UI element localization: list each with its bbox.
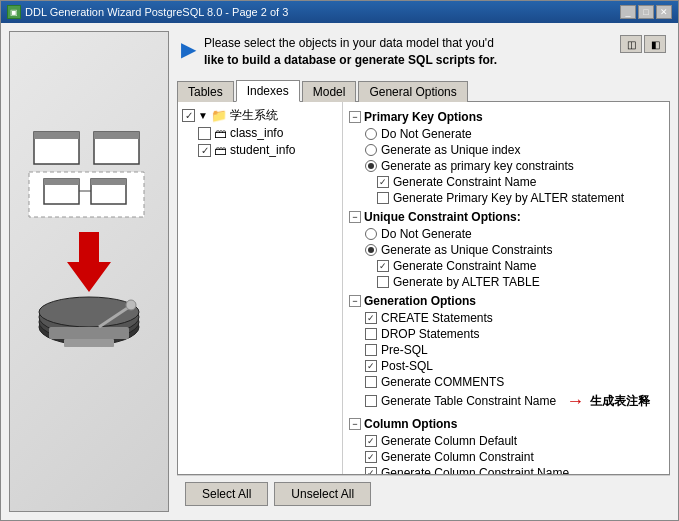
option-generate-comments[interactable]: Generate COMMENTS [349,374,663,390]
instruction-text: Please select the objects in your data m… [204,35,497,69]
section-header-column-options: − Column Options [349,417,663,431]
svg-point-18 [126,300,136,310]
option-pk-generate-constraint-name[interactable]: ✓ Generate Constraint Name [349,174,663,190]
checkbox-create-statements[interactable]: ✓ [365,312,377,324]
option-column-constraint[interactable]: ✓ Generate Column Constraint [349,449,663,465]
window-title: DDL Generation Wizard PostgreSQL 8.0 - P… [25,6,288,18]
instruction-arrow-icon: ▶ [181,37,196,61]
collapse-primary-key[interactable]: − [349,111,361,123]
radio-uc-do-not-generate[interactable] [365,228,377,240]
svg-rect-1 [34,132,79,139]
option-uc-do-not-generate[interactable]: Do Not Generate [349,226,663,242]
option-pre-sql[interactable]: Pre-SQL [349,342,663,358]
option-drop-statements[interactable]: DROP Statements [349,326,663,342]
checkbox-table-constraint-name[interactable] [365,395,377,407]
title-bar: ▣ DDL Generation Wizard PostgreSQL 8.0 -… [1,1,678,23]
maximize-button[interactable]: □ [638,5,654,19]
checkbox-post-sql[interactable]: ✓ [365,360,377,372]
view-toggle-buttons: ◫ ◧ [620,35,666,53]
illustration-panel [9,31,169,512]
section-header-unique-constraint: − Unique Constraint Options: [349,210,663,224]
option-pk-do-not-generate[interactable]: Do Not Generate [349,126,663,142]
main-window: ▣ DDL Generation Wizard PostgreSQL 8.0 -… [0,0,679,521]
folder-icon-root: 📁 [211,108,227,123]
content-area: ▶ Please select the objects in your data… [1,23,678,520]
app-icon: ▣ [7,5,21,19]
tree-checkbox-root[interactable]: ✓ [182,109,195,122]
table-icon-class-info: 🗃 [214,126,227,141]
checkbox-generate-comments[interactable] [365,376,377,388]
minimize-button[interactable]: _ [620,5,636,19]
section-title-column-options: Column Options [364,417,457,431]
svg-rect-8 [91,179,126,185]
annotation-arrow-table: → [566,391,584,412]
table-icon-student-info: 🗃 [214,143,227,158]
tab-indexes[interactable]: Indexes [236,80,300,102]
option-column-default[interactable]: ✓ Generate Column Default [349,433,663,449]
radio-pk-do-not-generate[interactable] [365,128,377,140]
svg-rect-16 [64,339,114,347]
option-pk-primary-key-constraints[interactable]: Generate as primary key constraints [349,158,663,174]
section-title-generation-options: Generation Options [364,294,476,308]
tab-tables[interactable]: Tables [177,81,234,102]
tree-checkbox-class-info[interactable] [198,127,211,140]
main-right-panel: ▶ Please select the objects in your data… [177,31,670,512]
bottom-bar: Select All Unselect All [177,475,670,512]
checkbox-drop-statements[interactable] [365,328,377,340]
wizard-illustration [10,32,168,511]
checkbox-pk-generate-constraint-name[interactable]: ✓ [377,176,389,188]
select-all-button[interactable]: Select All [185,482,268,506]
annotation-text-table: 生成表注释 [590,393,650,410]
expand-icon[interactable]: ▼ [198,110,208,121]
view-btn-2[interactable]: ◧ [644,35,666,53]
checkbox-pre-sql[interactable] [365,344,377,356]
tree-item-student-info[interactable]: ✓ 🗃 student_info [182,142,338,159]
radio-pk-primary-key-constraints[interactable] [365,160,377,172]
option-uc-constraint-name[interactable]: ✓ Generate Constraint Name [349,258,663,274]
radio-pk-unique-index[interactable] [365,144,377,156]
option-pk-alter-statement[interactable]: Generate Primary Key by ALTER statement [349,190,663,206]
close-button[interactable]: ✕ [656,5,672,19]
option-uc-alter-table[interactable]: Generate by ALTER TABLE [349,274,663,290]
section-title-primary-key: Primary Key Options [364,110,483,124]
option-pk-unique-index[interactable]: Generate as Unique index [349,142,663,158]
radio-uc-generate-unique[interactable] [365,244,377,256]
tab-content: ✓ ▼ 📁 学生系统 🗃 class_info ✓ 🗃 [177,102,670,475]
tab-model[interactable]: Model [302,81,357,102]
option-uc-generate-unique[interactable]: Generate as Unique Constraints [349,242,663,258]
tabs-row: Tables Indexes Model General Options [177,79,670,102]
option-column-constraint-name[interactable]: ✓ Generate Column Constraint Name [349,465,663,474]
tree-label-student-info: student_info [230,143,295,157]
option-post-sql[interactable]: ✓ Post-SQL [349,358,663,374]
unselect-all-button[interactable]: Unselect All [274,482,371,506]
section-title-unique-constraint: Unique Constraint Options: [364,210,521,224]
svg-rect-15 [49,327,129,339]
tree-checkbox-student-info[interactable]: ✓ [198,144,211,157]
checkbox-column-constraint-name[interactable]: ✓ [365,467,377,474]
svg-rect-3 [94,132,139,139]
checkbox-uc-constraint-name[interactable]: ✓ [377,260,389,272]
option-create-statements[interactable]: ✓ CREATE Statements [349,310,663,326]
option-table-constraint-name[interactable]: Generate Table Constraint Name → 生成表注释 [349,390,663,413]
svg-rect-6 [44,179,79,185]
tree-label-root: 学生系统 [230,107,278,124]
section-header-generation-options: − Generation Options [349,294,663,308]
view-btn-1[interactable]: ◫ [620,35,642,53]
options-panel: − Primary Key Options Do Not Generate Ge… [343,102,669,474]
collapse-generation-options[interactable]: − [349,295,361,307]
collapse-unique-constraint[interactable]: − [349,211,361,223]
tree-item-root[interactable]: ✓ ▼ 📁 学生系统 [182,106,338,125]
checkbox-column-constraint[interactable]: ✓ [365,451,377,463]
collapse-column-options[interactable]: − [349,418,361,430]
tab-general-options[interactable]: General Options [358,81,467,102]
svg-marker-10 [67,232,111,292]
section-header-primary-key: − Primary Key Options [349,110,663,124]
title-bar-left: ▣ DDL Generation Wizard PostgreSQL 8.0 -… [7,5,288,19]
checkbox-column-default[interactable]: ✓ [365,435,377,447]
checkbox-pk-alter-statement[interactable] [377,192,389,204]
diagram-svg [19,117,159,427]
checkbox-uc-alter-table[interactable] [377,276,389,288]
object-tree: ✓ ▼ 📁 学生系统 🗃 class_info ✓ 🗃 [178,102,343,474]
tree-item-class-info[interactable]: 🗃 class_info [182,125,338,142]
title-buttons: _ □ ✕ [620,5,672,19]
